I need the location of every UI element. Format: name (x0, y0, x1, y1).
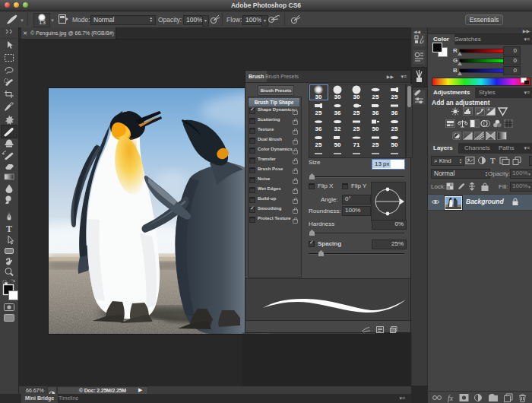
svg-text:36: 36 (334, 109, 341, 116)
svg-text:25: 25 (315, 141, 322, 148)
svg-text:50: 50 (372, 125, 379, 132)
svg-text:fx: fx (448, 394, 454, 402)
svg-text:T: T (6, 224, 12, 234)
svg-text:25: 25 (315, 109, 322, 116)
svg-text:30: 30 (334, 94, 341, 100)
svg-text:25: 25 (391, 94, 398, 100)
svg-text:32: 32 (334, 125, 341, 132)
svg-text:25: 25 (353, 125, 360, 132)
svg-text:25: 25 (353, 109, 360, 116)
svg-text:25: 25 (372, 94, 379, 100)
svg-text:50: 50 (334, 141, 341, 148)
svg-text:T: T (490, 157, 496, 165)
svg-text:36: 36 (372, 109, 379, 116)
svg-text:25: 25 (372, 141, 379, 148)
svg-text:30: 30 (315, 94, 322, 100)
svg-text:30: 30 (353, 94, 360, 100)
svg-text:50: 50 (391, 141, 398, 148)
svg-text:71: 71 (353, 141, 360, 148)
svg-text:36: 36 (315, 125, 322, 132)
svg-text:25: 25 (391, 125, 398, 132)
svg-text:36: 36 (391, 109, 398, 116)
